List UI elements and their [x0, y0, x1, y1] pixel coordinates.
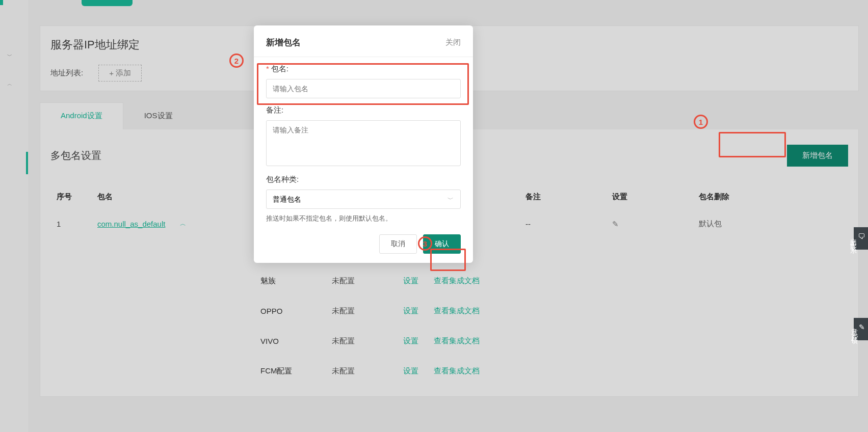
chat-icon: 🗨 [858, 232, 868, 240]
type-hint: 推送时如果不指定包名，则使用默认包名。 [266, 214, 461, 223]
remark-textarea[interactable] [266, 120, 461, 166]
float-feedback-button[interactable]: ✎ 意见反馈 [854, 318, 868, 340]
float-contact-button[interactable]: 🗨 立即联系 [854, 227, 868, 250]
form-group-package-name: *包名: [254, 57, 473, 98]
pencil-icon: ✎ [859, 323, 868, 331]
form-group-remark: 备注: [254, 98, 473, 168]
confirm-button[interactable]: 确认 [423, 234, 461, 254]
form-group-type: 包名种类: 普通包名 ﹀ 推送时如果不指定包名，则使用默认包名。 [254, 168, 473, 223]
add-package-modal: 新增包名 关闭 *包名: 备注: 包名种类: 普通包名 ﹀ 推送时如果不指定包名… [254, 25, 473, 263]
package-type-select[interactable]: 普通包名 [266, 190, 461, 209]
cancel-button[interactable]: 取消 [379, 234, 417, 254]
package-name-label: *包名: [266, 64, 461, 74]
type-label: 包名种类: [266, 175, 461, 184]
remark-label: 备注: [266, 105, 461, 115]
modal-title: 新增包名 [266, 37, 301, 48]
package-name-input[interactable] [266, 79, 461, 98]
modal-close-button[interactable]: 关闭 [445, 38, 461, 47]
